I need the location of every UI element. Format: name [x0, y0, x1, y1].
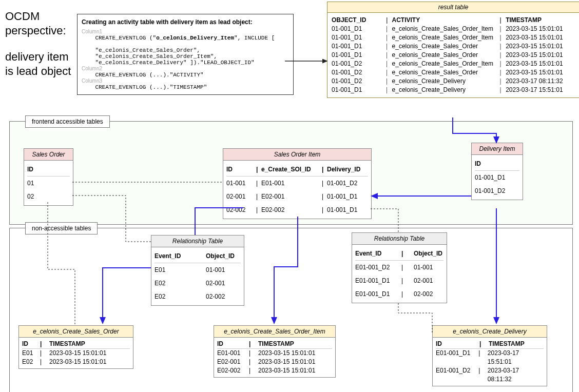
result-table: result table OBJECT_ID| ACTIVITY| TIMEST…: [327, 2, 579, 98]
result-row: 01-001_D2|e_celonis_Create_Sales_Order|2…: [332, 68, 575, 77]
delivery-item-table: Delivery Item ID 01-001_D1 01-001_D2: [471, 143, 523, 200]
table-row: E01-001_D1|02-002: [355, 287, 443, 301]
table-row: E02|2023-03-15 15:01:01: [22, 358, 130, 366]
table-row: E01-001_D1|02-001: [355, 274, 443, 287]
result-header-row: OBJECT_ID| ACTIVITY| TIMESTAMP: [332, 16, 575, 25]
table-row: 02-001|E02-001|01-001_D1: [226, 190, 368, 203]
codebox-header: Creating an activity table with delivery…: [82, 18, 289, 26]
table-row: E0101-001: [155, 263, 241, 277]
result-title: result table: [327, 2, 579, 13]
result-row: 01-001_D2|e_celonis_Create_Delivery|2023…: [332, 77, 575, 86]
result-row: 01-001_D1|e_celonis_Create_Delivery|2023…: [332, 86, 575, 94]
event-sales-order-item-table: e_celonis_Create_Sales_Order_Item ID|TIM…: [214, 325, 336, 378]
event-sales-order-table: e_celonis_Create_Sales_Order ID|TIMESTAM…: [18, 325, 133, 369]
query-codebox: Creating an activity table with delivery…: [77, 14, 294, 95]
event-delivery-table: e_celonis_Create_Delivery ID|TIMESTAMP E…: [432, 325, 547, 386]
title-line2: delivery item is lead object: [5, 50, 77, 78]
table-row: E02-002|2023-03-15 15:01:01: [217, 366, 332, 375]
result-row: 01-001_D1|e_celonis_Create_Sales_Order|2…: [332, 51, 575, 60]
table-row: 01-001|E01-001|01-001_D2: [226, 177, 368, 190]
sales-order-table: Sales Order ID 01 02: [24, 148, 73, 206]
table-row: E01-001|2023-03-15 15:01:01: [217, 349, 332, 358]
table-row: E01-001_D2|01-001: [355, 261, 443, 274]
title-line1: OCDM perspective:: [5, 9, 77, 37]
table-row: E01-001_D2|2023-03-17 08:11:32: [436, 366, 544, 384]
table-row: E01|2023-03-15 15:01:01: [22, 349, 130, 358]
frontend-accessible-label: frontend accessible tables: [25, 115, 110, 128]
result-row: 01-001_D1|e_celonis_Create_Sales_Order_I…: [332, 25, 575, 33]
relationship-table-1: Relationship Table Event_IDObject_ID E01…: [151, 235, 244, 306]
table-row: E01-001_D1|2023-03-17 15:51:01: [436, 349, 544, 366]
result-row: 01-001_D1|e_celonis_Create_Sales_Order_I…: [332, 33, 575, 42]
result-row: 01-001_D1|e_celonis_Create_Sales_Order|2…: [332, 42, 575, 51]
relationship-table-2: Relationship Table Event_ID|Object_ID E0…: [352, 232, 447, 303]
table-row: E02-001|2023-03-15 15:01:01: [217, 358, 332, 366]
table-row: E0202-002: [155, 290, 241, 303]
non-accessible-label: non-accessible tables: [25, 222, 98, 234]
codebox-code: Column1 CREATE_EVENTLOG ("o_celonis_Deli…: [82, 29, 289, 90]
result-row: 01-001_D2|e_celonis_Create_Sales_Order_I…: [332, 60, 575, 68]
table-row: E0202-001: [155, 277, 241, 290]
sales-order-item-table: Sales Order Item ID| e_Create_SOI_ID| De…: [223, 148, 372, 219]
table-row: 02-002|E02-002|01-001_D1: [226, 203, 368, 217]
perspective-title: OCDM perspective: delivery item is lead …: [5, 9, 77, 78]
